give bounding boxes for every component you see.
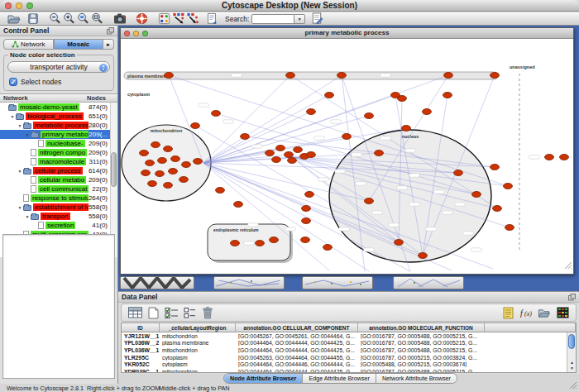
search-input[interactable] xyxy=(251,14,294,24)
tree-row[interactable]: macromolecule311(0) xyxy=(0,157,117,166)
birdseye-view[interactable] xyxy=(2,234,115,379)
graph-node[interactable] xyxy=(398,96,407,102)
tab-edge-attribute-browser[interactable]: Edge Attribute Browser xyxy=(303,374,376,383)
new-attribute-icon[interactable] xyxy=(144,305,162,320)
graph-node[interactable] xyxy=(234,202,243,208)
graph-node[interactable] xyxy=(212,111,221,117)
graph-node[interactable] xyxy=(323,245,333,251)
graph-node[interactable] xyxy=(375,151,384,156)
snapshot-camera-icon[interactable] xyxy=(112,12,127,25)
select-attributes-icon[interactable] xyxy=(162,305,180,320)
open-file-icon[interactable] xyxy=(7,12,21,25)
graph-node[interactable] xyxy=(179,177,189,183)
graph-node[interactable] xyxy=(402,126,411,131)
graph-node[interactable] xyxy=(472,192,481,198)
float-panel-icon[interactable] xyxy=(107,23,114,38)
tree-row[interactable]: ▼primary metabo209(... xyxy=(0,130,117,139)
graph-node[interactable] xyxy=(151,142,160,148)
search-dropdown-arrow-icon[interactable]: ▼ xyxy=(294,14,305,24)
save-icon[interactable] xyxy=(26,12,40,25)
col-cellular-component[interactable]: annotation.GO CELLULAR_COMPONENT xyxy=(236,323,358,332)
table-scrollbar-arrows[interactable]: ▲▼ xyxy=(567,360,577,371)
graph-node[interactable] xyxy=(337,73,347,79)
graph-node[interactable] xyxy=(493,206,502,212)
graph-node[interactable] xyxy=(216,188,225,194)
graph-node[interactable] xyxy=(395,240,404,246)
zoom-out-icon[interactable] xyxy=(48,12,62,25)
graph-node[interactable] xyxy=(276,146,285,151)
graph-node[interactable] xyxy=(288,158,297,164)
graph-node[interactable] xyxy=(302,206,311,212)
graph-node[interactable] xyxy=(444,73,453,79)
graph-node[interactable] xyxy=(490,165,500,170)
window-titlebar[interactable]: Cytoscape Desktop (New Session) xyxy=(0,0,579,12)
graph-node[interactable] xyxy=(294,147,303,153)
more-tabs-arrow-icon[interactable]: ► xyxy=(103,39,114,50)
tab-node-attribute-browser[interactable]: Node Attribute Browser xyxy=(224,374,303,383)
search-go-icon[interactable] xyxy=(310,12,324,25)
tree-row[interactable]: secretion41(0) xyxy=(0,221,117,230)
graph-node[interactable] xyxy=(146,160,155,166)
graph-node[interactable] xyxy=(560,155,569,160)
tree-header[interactable]: Network Nodes xyxy=(0,93,117,103)
minimized-window[interactable] xyxy=(120,276,194,289)
matrix-heatmap-icon[interactable] xyxy=(553,305,572,320)
disclosure-triangle-icon[interactable]: ▼ xyxy=(17,123,23,128)
graph-node[interactable] xyxy=(365,198,374,204)
float-panel-icon[interactable] xyxy=(568,289,576,304)
graph-node[interactable] xyxy=(169,169,178,174)
tree-row[interactable]: cell communicat22(0) xyxy=(0,184,117,194)
tree-row[interactable]: ▼transport558(0) xyxy=(0,212,117,221)
attribute-list-icon[interactable] xyxy=(499,305,517,320)
tree-row[interactable]: ▼metabolic process280(0) xyxy=(0,121,117,130)
table-row[interactable]: YKR052Ccytoplasm[GO:0044464, GO:0044446,… xyxy=(122,361,576,368)
vizmapper-icon[interactable] xyxy=(157,12,171,25)
graph-node[interactable] xyxy=(270,237,279,243)
report-icon[interactable] xyxy=(204,12,218,25)
attribute-table-icon[interactable] xyxy=(126,305,144,320)
network-view-titlebar[interactable]: primary metabolic process xyxy=(121,28,573,39)
help-lifesaver-icon[interactable] xyxy=(135,12,149,25)
tree-row[interactable]: ▼cellular process614(0) xyxy=(0,166,117,175)
graph-node[interactable] xyxy=(148,181,157,187)
tree-scrollbar-thumb[interactable] xyxy=(111,152,117,187)
graph-node[interactable] xyxy=(307,109,316,115)
zoom-selected-icon[interactable] xyxy=(76,12,90,25)
function-builder-icon[interactable]: f(x) xyxy=(517,305,535,320)
graph-node[interactable] xyxy=(423,109,432,115)
graph-node[interactable] xyxy=(171,156,180,162)
graph-node[interactable] xyxy=(194,159,203,165)
disclosure-triangle-icon[interactable]: ▼ xyxy=(17,169,23,174)
table-row[interactable]: YPL036W__2plasma membrane[GO:0044464, GO… xyxy=(122,340,576,347)
table-scrollbar-thumb[interactable] xyxy=(568,334,575,349)
disclosure-triangle-icon[interactable]: ▼ xyxy=(17,205,23,210)
disclosure-triangle-icon[interactable]: ▼ xyxy=(24,214,31,219)
annotate-selection-icon[interactable] xyxy=(185,12,199,25)
attribute-table-header[interactable]: ID _cellularLayoutRegion annotation.GO C… xyxy=(122,323,576,332)
minimized-window[interactable] xyxy=(302,276,373,289)
tab-network[interactable]: Network xyxy=(3,39,54,50)
tree-row[interactable]: cellular metabo209(0) xyxy=(0,175,117,184)
col-id[interactable]: ID xyxy=(122,323,160,332)
graph-node[interactable] xyxy=(505,225,514,231)
window-resize-grip[interactable] xyxy=(569,381,577,391)
tree-row[interactable]: ▼establishment of lo558(0) xyxy=(0,203,117,212)
graph-node[interactable] xyxy=(342,134,352,140)
col-region[interactable]: _cellularLayoutRegion xyxy=(160,323,236,332)
graph-node[interactable] xyxy=(307,152,316,158)
zoom-in-icon[interactable] xyxy=(62,12,76,25)
graph-node[interactable] xyxy=(241,134,250,140)
graph-node[interactable] xyxy=(365,113,374,119)
zoom-fit-icon[interactable] xyxy=(90,12,104,25)
view-resize-grip[interactable] xyxy=(564,258,572,273)
graph-node[interactable] xyxy=(419,253,428,259)
graph-node[interactable] xyxy=(443,93,452,98)
graph-node[interactable] xyxy=(272,157,281,163)
graph-node[interactable] xyxy=(545,155,554,160)
graph-node[interactable] xyxy=(286,73,295,79)
graph-node[interactable] xyxy=(191,123,200,129)
graph-node[interactable] xyxy=(165,73,174,79)
minimized-window[interactable] xyxy=(213,276,285,289)
graph-node[interactable] xyxy=(140,151,149,156)
node-color-dropdown[interactable]: transporter activity ▲▼ xyxy=(7,61,110,73)
